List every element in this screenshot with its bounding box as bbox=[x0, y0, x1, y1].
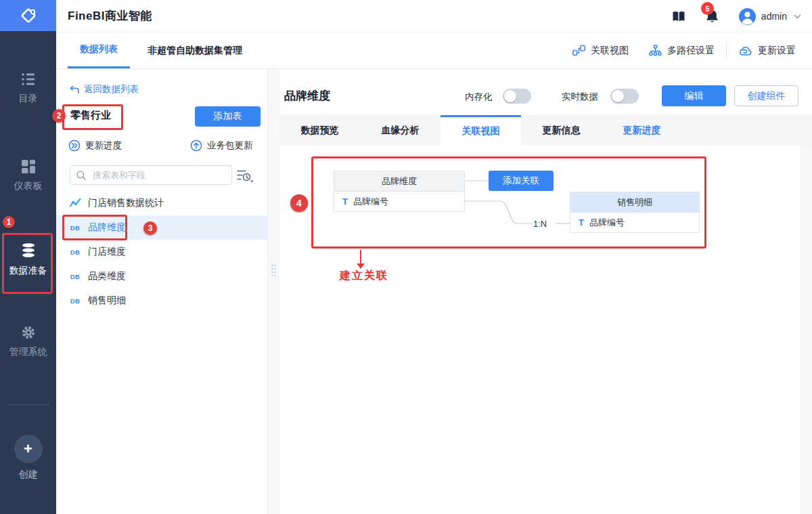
table-row-store-sales-stats[interactable]: 门店销售数据统计 bbox=[56, 191, 267, 215]
db-table-icon: DB bbox=[69, 297, 81, 305]
finebi-logo[interactable] bbox=[0, 0, 56, 31]
logo-icon bbox=[20, 7, 37, 24]
drag-handle-icon bbox=[271, 264, 277, 277]
toolbar-update-settings-label: 更新设置 bbox=[758, 45, 796, 57]
package-name: 零售行业 bbox=[70, 109, 111, 122]
search-icon bbox=[76, 170, 87, 181]
detail-tabbar: 数据预览 血缘分析 关联视图 更新信息 更新进度 bbox=[279, 115, 812, 146]
chart-line-icon bbox=[69, 198, 81, 209]
sidebar-item-dashboard[interactable]: 仪表板 bbox=[0, 159, 56, 192]
toolbar-multipath-settings[interactable]: 多路径设置 bbox=[649, 33, 715, 68]
page-title: 品牌维度 bbox=[284, 88, 330, 104]
table-row-label: 品类维度 bbox=[88, 270, 126, 282]
toolbar-relation-view[interactable]: 关联视图 bbox=[572, 33, 629, 68]
sidebar-item-label: 数据准备 bbox=[9, 265, 47, 277]
toolbar-divider bbox=[726, 42, 727, 60]
table-card-title: 销售明细 bbox=[570, 192, 699, 213]
sidebar-divider bbox=[7, 404, 49, 405]
user-avatar[interactable]: admin bbox=[739, 8, 787, 25]
field-name: 品牌编号 bbox=[353, 196, 388, 208]
tab-data-list[interactable]: 数据列表 bbox=[68, 33, 130, 68]
add-table-button[interactable]: 添加表 bbox=[195, 106, 261, 127]
edit-button[interactable]: 编辑 bbox=[662, 85, 726, 106]
tab-data-preview[interactable]: 数据预览 bbox=[279, 115, 360, 146]
create-label: 创建 bbox=[19, 469, 38, 481]
sidebar-create-button[interactable]: + 创建 bbox=[0, 435, 56, 481]
cardinality-label[interactable]: 1:N bbox=[533, 219, 547, 229]
memory-toggle[interactable] bbox=[503, 89, 531, 104]
table-row-label: 销售明细 bbox=[88, 295, 126, 307]
table-row-store-dimension[interactable]: DB 门店维度 bbox=[56, 240, 267, 264]
package-update-link[interactable]: 业务包更新 bbox=[190, 140, 253, 152]
realtime-toggle[interactable] bbox=[610, 89, 639, 104]
back-link-label: 返回数据列表 bbox=[84, 83, 139, 95]
back-arrow-icon bbox=[70, 85, 80, 94]
panel-resize-gutter[interactable] bbox=[267, 69, 280, 514]
upload-circle-icon bbox=[190, 140, 202, 152]
db-table-icon: DB bbox=[69, 224, 81, 232]
help-book-icon[interactable] bbox=[672, 11, 685, 22]
table-row-category-dimension[interactable]: DB 品类维度 bbox=[56, 264, 267, 288]
header-actions: admin bbox=[652, 0, 801, 33]
sidebar-item-data-preparation[interactable]: 数据准备 bbox=[0, 242, 56, 277]
field-row-brand-code[interactable]: T 品牌编号 bbox=[334, 192, 464, 211]
tab-update-progress[interactable]: 更新进度 bbox=[602, 115, 682, 146]
panel-tabs: 数据列表 非超管自助数据集管理 bbox=[68, 33, 254, 68]
vertical-scrollbar[interactable] bbox=[800, 146, 812, 514]
gear-icon bbox=[21, 325, 36, 340]
table-row-label: 品牌维度 bbox=[88, 221, 126, 234]
add-relation-button[interactable]: 添加关联 bbox=[489, 171, 554, 191]
sidebar-item-admin-system[interactable]: 管理系统 bbox=[0, 325, 56, 358]
user-name: admin bbox=[761, 11, 787, 22]
notification-badge: 5 bbox=[701, 2, 714, 15]
text-field-type-icon: T bbox=[579, 217, 584, 228]
tab-relation-view[interactable]: 关联视图 bbox=[441, 115, 521, 146]
table-row-brand-dimension[interactable]: DB 品牌维度 bbox=[56, 215, 267, 240]
dashboard-grid-icon bbox=[21, 159, 36, 174]
table-row-label: 门店维度 bbox=[88, 246, 126, 258]
finebi-app: FineBI商业智能 admin 5 bbox=[0, 0, 812, 514]
search-history-filter-icon[interactable] bbox=[236, 168, 254, 186]
sidebar-item-label: 管理系统 bbox=[9, 346, 47, 358]
toolbar-multipath-label: 多路径设置 bbox=[667, 45, 715, 57]
toolbar-relation-view-label: 关联视图 bbox=[591, 45, 629, 57]
chevron-down-icon[interactable] bbox=[794, 14, 801, 19]
plus-icon: + bbox=[14, 435, 43, 463]
field-row-brand-code[interactable]: T 品牌编号 bbox=[570, 213, 699, 232]
table-row-sales-detail[interactable]: DB 销售明细 bbox=[56, 288, 267, 313]
catalog-list-icon bbox=[21, 72, 36, 87]
multipath-tree-icon bbox=[649, 45, 662, 57]
table-row-label: 门店销售数据统计 bbox=[88, 197, 164, 209]
db-table-icon: DB bbox=[69, 273, 81, 280]
create-component-button[interactable]: 创建组件 bbox=[734, 85, 798, 106]
tab-dataset-management[interactable]: 非超管自助数据集管理 bbox=[135, 33, 254, 68]
realtime-toggle-label: 实时数据 bbox=[562, 91, 598, 103]
table-card-sales-detail[interactable]: 销售明细 T 品牌编号 bbox=[570, 192, 700, 233]
relation-view-icon bbox=[572, 45, 585, 56]
table-card-brand-dimension[interactable]: 品牌维度 T 品牌编号 bbox=[334, 171, 465, 212]
table-card-title: 品牌维度 bbox=[334, 171, 464, 192]
back-to-data-list-link[interactable]: 返回数据列表 bbox=[70, 83, 139, 95]
search-input[interactable] bbox=[91, 169, 226, 181]
text-field-type-icon: T bbox=[342, 196, 348, 207]
database-icon bbox=[20, 242, 37, 259]
package-update-label: 业务包更新 bbox=[207, 140, 253, 152]
panel-tabs-underline bbox=[56, 68, 812, 69]
tab-update-info[interactable]: 更新信息 bbox=[521, 115, 602, 146]
sidebar-item-label: 仪表板 bbox=[14, 180, 43, 192]
toolbar-update-settings[interactable]: 更新设置 bbox=[738, 33, 796, 68]
progress-circle-icon bbox=[68, 140, 81, 152]
sidebar-item-label: 目录 bbox=[19, 93, 38, 105]
update-progress-link[interactable]: 更新进度 bbox=[68, 140, 122, 152]
cloud-refresh-icon bbox=[738, 45, 752, 56]
db-table-icon: DB bbox=[69, 249, 81, 256]
sidebar-item-catalog[interactable]: 目录 bbox=[0, 72, 56, 105]
search-box bbox=[70, 165, 232, 185]
field-name: 品牌编号 bbox=[589, 217, 625, 229]
tab-lineage-analysis[interactable]: 血缘分析 bbox=[360, 115, 441, 146]
update-progress-label: 更新进度 bbox=[85, 140, 122, 152]
memory-toggle-label: 内存化 bbox=[465, 91, 493, 103]
app-title: FineBI商业智能 bbox=[68, 8, 152, 24]
